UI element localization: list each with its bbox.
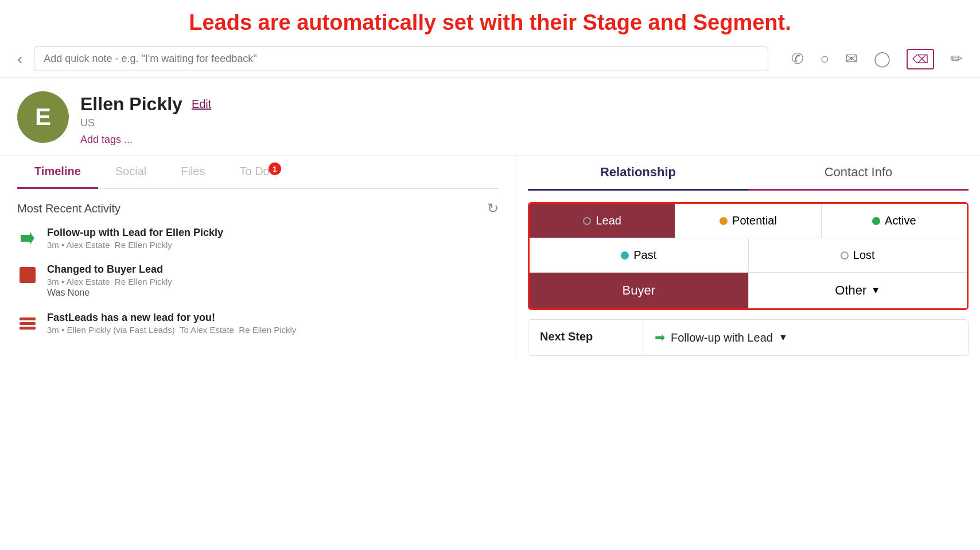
tabs: Timeline Social Files To Do 1 <box>17 156 499 189</box>
activity-changed-meta: 3m • Alex Estate Re Ellen Pickly <box>47 277 172 286</box>
svg-rect-4 <box>20 327 36 330</box>
location-icon[interactable]: ◯ <box>874 50 890 68</box>
follow-up-icon <box>17 228 38 249</box>
stage-past[interactable]: Past <box>530 238 749 272</box>
right-tabs: Relationship Contact Info <box>528 156 969 191</box>
stage-lost-label: Lost <box>853 249 875 262</box>
lead-dot <box>583 217 591 225</box>
activity-item: FastLeads has a new lead for you! 3m • E… <box>17 312 499 335</box>
edit-icon[interactable]: ✏ <box>950 50 963 68</box>
stage-lead-label: Lead <box>596 214 621 227</box>
active-dot <box>872 217 880 225</box>
activity-changed-title: Changed to Buyer Lead <box>47 264 172 276</box>
segment-other-label: Other <box>835 283 866 298</box>
svg-rect-1 <box>20 267 36 283</box>
potential-dot <box>720 217 728 225</box>
next-step-label: Next Step <box>528 320 643 355</box>
avatar: E <box>17 91 69 143</box>
activity-body: FastLeads has a new lead for you! 3m • E… <box>47 312 296 335</box>
activity-body: Follow-up with Lead for Ellen Pickly 3m … <box>47 227 223 250</box>
next-step-dropdown-icon: ▼ <box>779 332 788 343</box>
main-layout: Timeline Social Files To Do 1 Most Recen… <box>0 155 980 356</box>
next-step-arrow-icon: ➡ <box>655 330 665 345</box>
settings-icon[interactable]: ⌫ <box>907 49 934 69</box>
past-dot <box>621 251 629 259</box>
tab-timeline[interactable]: Timeline <box>17 156 98 189</box>
activity-fastleads-meta: 3m • Ellen Pickly (via Fast Leads) To Al… <box>47 325 296 335</box>
note-input[interactable] <box>34 47 768 71</box>
stage-past-label: Past <box>633 249 656 262</box>
segment-row: Buyer Other ▼ <box>530 273 967 308</box>
email-icon[interactable]: ✉ <box>845 50 858 68</box>
todo-badge: 1 <box>269 162 281 175</box>
changed-icon <box>17 265 38 285</box>
relationship-panel: Lead Potential Active Past <box>528 202 969 310</box>
activity-body: Changed to Buyer Lead 3m • Alex Estate R… <box>47 264 172 298</box>
stage-lost[interactable]: Lost <box>749 238 967 272</box>
activity-followup-title: Follow-up with Lead for Ellen Pickly <box>47 227 223 239</box>
activity-followup-meta: 3m • Alex Estate Re Ellen Pickly <box>47 240 223 250</box>
phone-icon[interactable]: ✆ <box>791 50 804 68</box>
tab-relationship[interactable]: Relationship <box>528 156 748 191</box>
svg-marker-0 <box>21 232 34 245</box>
activity-item: Follow-up with Lead for Ellen Pickly 3m … <box>17 227 499 250</box>
top-icons: ✆ ○ ✉ ◯ ⌫ ✏ <box>791 49 963 69</box>
fastleads-icon <box>17 313 38 334</box>
edit-link[interactable]: Edit <box>192 98 211 111</box>
segment-other-dropdown-icon: ▼ <box>871 285 880 296</box>
stage-row-1: Lead Potential Active <box>530 204 967 238</box>
next-step-text: Follow-up with Lead <box>671 331 773 344</box>
refresh-button[interactable]: ↻ <box>487 200 499 216</box>
tab-todo[interactable]: To Do 1 <box>223 156 287 189</box>
contact-info: Ellen Pickly Edit US Add tags ... <box>80 91 963 146</box>
activity-fastleads-title: FastLeads has a new lead for you! <box>47 312 296 324</box>
segment-buyer[interactable]: Buyer <box>530 273 749 308</box>
tab-social[interactable]: Social <box>98 156 164 189</box>
stage-active[interactable]: Active <box>822 204 967 238</box>
back-button[interactable]: ‹ <box>17 51 22 67</box>
annotation-banner: Leads are automatically set with their S… <box>0 0 980 41</box>
add-tags[interactable]: Add tags ... <box>80 134 963 146</box>
activity-section-title: Most Recent Activity <box>17 202 120 215</box>
segment-other[interactable]: Other ▼ <box>749 273 967 308</box>
top-bar: ‹ ✆ ○ ✉ ◯ ⌫ ✏ <box>0 41 980 78</box>
activity-header: Most Recent Activity ↻ <box>17 200 499 216</box>
contact-name-row: Ellen Pickly Edit <box>80 94 963 115</box>
stage-potential-label: Potential <box>732 214 777 227</box>
lost-dot <box>841 251 849 259</box>
contact-name: Ellen Pickly <box>80 94 182 115</box>
next-step-value[interactable]: ➡ Follow-up with Lead ▼ <box>643 320 968 355</box>
stage-active-label: Active <box>885 214 916 227</box>
svg-rect-2 <box>20 317 36 320</box>
stage-lead[interactable]: Lead <box>530 204 675 238</box>
right-panel: Relationship Contact Info Lead Potential… <box>516 156 980 356</box>
next-step-row: Next Step ➡ Follow-up with Lead ▼ <box>528 319 969 356</box>
tab-contact-info[interactable]: Contact Info <box>748 156 969 189</box>
tab-files[interactable]: Files <box>164 156 222 189</box>
segment-buyer-label: Buyer <box>623 283 655 298</box>
left-panel: Timeline Social Files To Do 1 Most Recen… <box>0 156 516 356</box>
stage-row-2: Past Lost <box>530 238 967 273</box>
activity-item: Changed to Buyer Lead 3m • Alex Estate R… <box>17 264 499 298</box>
activity-changed-sub: Was None <box>47 288 172 298</box>
chat-icon[interactable]: ○ <box>820 50 829 68</box>
contact-country: US <box>80 117 963 129</box>
svg-rect-3 <box>20 322 36 325</box>
stage-potential[interactable]: Potential <box>675 204 821 238</box>
contact-header: E Ellen Pickly Edit US Add tags ... <box>0 78 980 155</box>
